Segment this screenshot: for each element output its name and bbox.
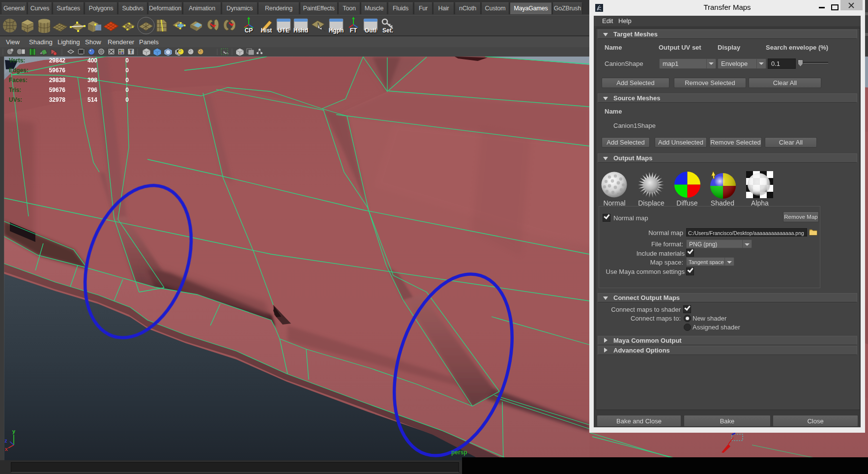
svg-text:persp: persp: [451, 449, 467, 456]
svg-text:x: x: [5, 446, 8, 452]
svg-text:y: y: [12, 428, 16, 434]
svg-text:z: z: [4, 438, 7, 444]
svg-text:T: T: [129, 49, 133, 55]
